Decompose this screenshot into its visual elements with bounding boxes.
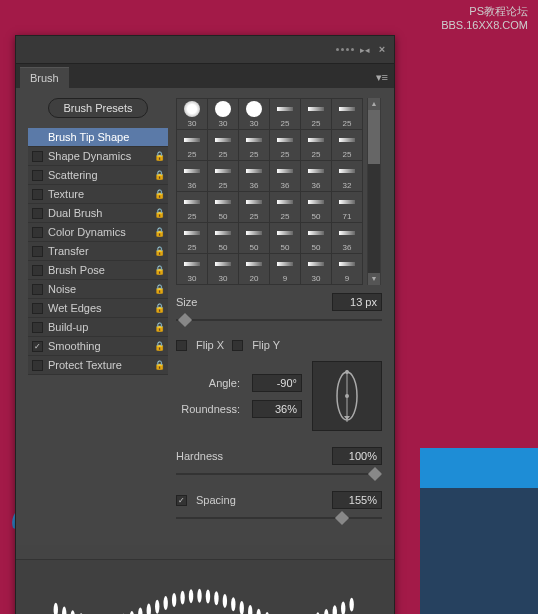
brush-thumbnail[interactable]: 30 (239, 99, 269, 129)
tab-brush[interactable]: Brush (20, 67, 69, 88)
brush-thumbnail[interactable]: 30 (208, 254, 238, 284)
lock-icon[interactable]: 🔒 (154, 322, 164, 332)
panel-menu-icon[interactable]: ▾≡ (370, 67, 394, 88)
option-label: Dual Brush (48, 207, 154, 219)
brush-thumbnail[interactable]: 30 (301, 254, 331, 284)
size-input[interactable]: 13 px (332, 293, 382, 311)
close-icon[interactable]: × (376, 44, 388, 56)
lock-icon[interactable]: 🔒 (154, 208, 164, 218)
brush-thumbnail[interactable]: 50 (301, 192, 331, 222)
hardness-input[interactable]: 100% (332, 447, 382, 465)
lock-icon[interactable]: 🔒 (154, 303, 164, 313)
option-checkbox[interactable] (32, 208, 43, 219)
scroll-track[interactable] (368, 110, 380, 273)
brush-thumbnail[interactable]: 9 (332, 254, 362, 284)
brush-presets-button[interactable]: Brush Presets (48, 98, 147, 118)
brush-thumbnail[interactable]: 25 (239, 130, 269, 160)
brush-thumbnail[interactable]: 25 (177, 223, 207, 253)
option-color-dynamics[interactable]: Color Dynamics🔒 (28, 223, 168, 242)
angle-input[interactable]: -90° (252, 374, 302, 392)
bg-navy-band (420, 488, 538, 614)
option-checkbox[interactable] (32, 246, 43, 257)
brush-thumbnail[interactable]: 25 (239, 192, 269, 222)
option-brush-tip-shape[interactable]: Brush Tip Shape (28, 128, 168, 147)
brush-thumbnail[interactable]: 36 (239, 161, 269, 191)
lock-icon[interactable]: 🔒 (154, 341, 164, 351)
brush-thumbnail[interactable]: 50 (208, 192, 238, 222)
brush-thumbnail[interactable]: 25 (270, 130, 300, 160)
brush-thumbnail[interactable]: 20 (239, 254, 269, 284)
spacing-checkbox[interactable]: ✓Spacing (176, 494, 326, 506)
lock-icon[interactable]: 🔒 (154, 246, 164, 256)
option-checkbox[interactable] (32, 189, 43, 200)
brush-thumbnail[interactable]: 50 (239, 223, 269, 253)
collapse-icon[interactable]: ▸◂ (358, 45, 372, 55)
flip-y-checkbox[interactable]: Flip Y (232, 339, 280, 351)
angle-preview[interactable] (312, 361, 382, 431)
brush-thumbnail[interactable]: 50 (208, 223, 238, 253)
hardness-slider[interactable] (176, 467, 382, 481)
option-wet-edges[interactable]: Wet Edges🔒 (28, 299, 168, 318)
option-checkbox[interactable] (32, 303, 43, 314)
option-smoothing[interactable]: ✓Smoothing🔒 (28, 337, 168, 356)
lock-icon[interactable]: 🔒 (154, 189, 164, 199)
brush-thumbnail[interactable]: 71 (332, 192, 362, 222)
brush-thumbnail[interactable]: 25 (270, 99, 300, 129)
option-shape-dynamics[interactable]: Shape Dynamics🔒 (28, 147, 168, 166)
brush-thumbnail[interactable]: 36 (270, 161, 300, 191)
brush-thumbnail[interactable]: 25 (332, 99, 362, 129)
size-slider[interactable] (176, 313, 382, 327)
scroll-thumb[interactable] (368, 110, 380, 164)
bg-blue-band (420, 448, 538, 488)
lock-icon[interactable]: 🔒 (154, 284, 164, 294)
brush-thumbnail[interactable]: 25 (208, 161, 238, 191)
option-texture[interactable]: Texture🔒 (28, 185, 168, 204)
option-checkbox[interactable] (32, 284, 43, 295)
brush-thumbnail[interactable]: 25 (332, 130, 362, 160)
option-checkbox[interactable] (32, 170, 43, 181)
option-protect-texture[interactable]: Protect Texture🔒 (28, 356, 168, 375)
brush-thumbnail[interactable]: 25 (177, 130, 207, 160)
option-checkbox[interactable] (32, 265, 43, 276)
lock-icon[interactable]: 🔒 (154, 227, 164, 237)
brush-thumbnail[interactable]: 50 (270, 223, 300, 253)
option-checkbox[interactable] (32, 151, 43, 162)
scroll-down-button[interactable]: ▼ (368, 273, 380, 285)
brush-thumbnail[interactable]: 36 (332, 223, 362, 253)
option-label: Scattering (48, 169, 154, 181)
option-build-up[interactable]: Build-up🔒 (28, 318, 168, 337)
roundness-input[interactable]: 36% (252, 400, 302, 418)
brush-thumbnail[interactable]: 25 (301, 99, 331, 129)
spacing-input[interactable]: 155% (332, 491, 382, 509)
option-transfer[interactable]: Transfer🔒 (28, 242, 168, 261)
brush-thumbnail[interactable]: 9 (270, 254, 300, 284)
option-checkbox[interactable] (32, 227, 43, 238)
svg-point-26 (240, 601, 244, 614)
option-noise[interactable]: Noise🔒 (28, 280, 168, 299)
option-checkbox[interactable]: ✓ (32, 341, 43, 352)
brush-thumbnail[interactable]: 36 (177, 161, 207, 191)
scroll-up-button[interactable]: ▲ (368, 98, 380, 110)
brush-thumbnail[interactable]: 32 (332, 161, 362, 191)
option-checkbox[interactable] (32, 360, 43, 371)
brush-thumbnail[interactable]: 30 (177, 99, 207, 129)
option-checkbox[interactable] (32, 322, 43, 333)
brush-thumbnail[interactable]: 30 (177, 254, 207, 284)
lock-icon[interactable]: 🔒 (154, 265, 164, 275)
brush-thumbnail[interactable]: 25 (208, 130, 238, 160)
option-scattering[interactable]: Scattering🔒 (28, 166, 168, 185)
brush-thumbnail[interactable]: 25 (270, 192, 300, 222)
flip-x-checkbox[interactable]: Flip X (176, 339, 224, 351)
brush-thumbnail[interactable]: 36 (301, 161, 331, 191)
option-dual-brush[interactable]: Dual Brush🔒 (28, 204, 168, 223)
lock-icon[interactable]: 🔒 (154, 360, 164, 370)
spacing-slider[interactable] (176, 511, 382, 525)
brush-thumbnail[interactable]: 25 (301, 130, 331, 160)
lock-icon[interactable]: 🔒 (154, 151, 164, 161)
brush-thumbnail[interactable]: 50 (301, 223, 331, 253)
brush-thumbnail[interactable]: 30 (208, 99, 238, 129)
brush-thumbnail[interactable]: 25 (177, 192, 207, 222)
panel-grip-icon[interactable] (336, 48, 354, 51)
option-brush-pose[interactable]: Brush Pose🔒 (28, 261, 168, 280)
lock-icon[interactable]: 🔒 (154, 170, 164, 180)
